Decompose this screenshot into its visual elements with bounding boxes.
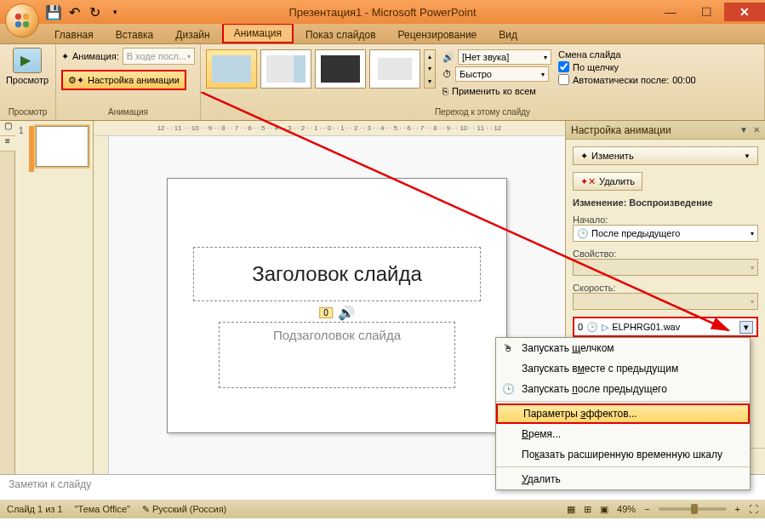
zoom-in-icon[interactable]: +: [735, 504, 740, 514]
tab-animation[interactable]: Анимация: [222, 23, 294, 43]
pane-close-icon[interactable]: ✕: [753, 125, 760, 134]
slides-tab-button[interactable]: ▢: [0, 121, 15, 136]
speed-icon: ⏱: [442, 69, 452, 79]
animation-label: Анимация:: [72, 51, 119, 61]
context-menu: 🖱Запускать щелчком Запускать вместе с пр…: [495, 337, 751, 490]
on-click-label: По щелчку: [573, 62, 619, 72]
tab-insert[interactable]: Вставка: [106, 26, 164, 43]
undo-icon[interactable]: ↶: [66, 4, 82, 20]
close-button[interactable]: ✕: [724, 3, 765, 21]
ribbon-tabs: Главная Вставка Дизайн Анимация Показ сл…: [0, 24, 765, 44]
pane-dropdown-icon[interactable]: ▼: [739, 125, 748, 134]
slide-thumbnails: 1: [15, 121, 94, 474]
speed-dropdown[interactable]: Быстро▾: [455, 66, 549, 82]
view-slideshow-icon[interactable]: ▣: [600, 504, 608, 515]
view-sorter-icon[interactable]: ⊞: [584, 504, 591, 515]
outline-tab-button[interactable]: ≡: [0, 136, 15, 152]
animation-list-item[interactable]: 0 🕒 ▷ ELPHRG01.wav ▾: [573, 317, 758, 337]
zoom-out-icon[interactable]: −: [644, 504, 649, 514]
play-icon: ▷: [602, 322, 608, 333]
tab-view[interactable]: Вид: [488, 26, 528, 43]
menu-start-with-prev[interactable]: Запускать вместе с предыдущим: [496, 358, 750, 379]
item-index: 0: [578, 322, 583, 332]
svg-point-1: [23, 14, 29, 20]
anim-star-icon: ✦: [61, 51, 69, 62]
item-dropdown-button[interactable]: ▾: [739, 321, 753, 334]
modification-section-title: Изменение: Воспроизведение: [573, 197, 758, 208]
transition-gallery: ▴▾▾: [206, 48, 436, 99]
zoom-value[interactable]: 49%: [617, 504, 636, 514]
tab-review[interactable]: Рецензирование: [388, 26, 488, 43]
ruler-vertical: [94, 136, 109, 474]
tab-design[interactable]: Дизайн: [165, 26, 220, 43]
status-bar: Слайд 1 из 1 "Тема Office" ✎ Русский (Ро…: [0, 500, 765, 518]
on-click-checkbox[interactable]: [558, 61, 569, 72]
transition-none[interactable]: [206, 49, 257, 89]
outline-slides-tabs: ▢ ≡: [0, 121, 15, 474]
preview-button[interactable]: Просмотр: [5, 48, 49, 97]
qat-more-icon[interactable]: ▾: [107, 4, 123, 20]
auto-after-label: Автоматически после:: [573, 75, 669, 85]
menu-timing[interactable]: Время...: [496, 424, 750, 444]
delete-effect-button[interactable]: ✦✕Удалить: [573, 172, 642, 191]
transition-thumb-4[interactable]: [369, 49, 420, 89]
clock-icon: 🕒: [500, 383, 517, 395]
custom-animation-button[interactable]: ⚙✦ Настройка анимации: [61, 70, 186, 90]
menu-show-timeline[interactable]: Показать расширенную временную шкалу: [496, 444, 750, 465]
transition-thumb-2[interactable]: [260, 49, 311, 89]
tab-home[interactable]: Главная: [44, 26, 104, 43]
status-slide: Слайд 1 из 1: [7, 504, 63, 514]
play-indicator: [29, 126, 34, 172]
transition-thumb-3[interactable]: [315, 49, 366, 89]
group-animation-label: Анимация: [61, 106, 195, 118]
redo-icon[interactable]: ↻: [87, 4, 102, 20]
status-lang[interactable]: ✎ Русский (Россия): [142, 504, 226, 515]
slide-canvas[interactable]: Заголовок слайда 0 🔊 Подзаголовок слайда: [167, 178, 507, 433]
menu-remove[interactable]: Удалить: [496, 469, 750, 489]
clock-icon: 🕒: [577, 228, 589, 239]
slide-editor: 12 · · 11 · · 10 · · 9 · · 8 · · 7 · · 6…: [94, 121, 565, 474]
sound-icon: 🔊: [338, 305, 355, 321]
tab-slideshow[interactable]: Показ слайдов: [295, 26, 386, 43]
fit-to-window-icon[interactable]: ⛶: [749, 504, 758, 514]
apply-all-icon: ⎘: [442, 86, 448, 96]
view-normal-icon[interactable]: ▦: [567, 504, 575, 515]
anim-order-tag: 0: [319, 307, 333, 318]
group-transition-label: Переход к этому слайду: [206, 106, 759, 118]
save-icon[interactable]: 💾: [46, 4, 61, 20]
star-del-icon: ✦✕: [580, 176, 596, 187]
group-preview-label: Просмотр: [5, 106, 50, 118]
office-button[interactable]: [5, 3, 39, 37]
quick-access-toolbar: 💾 ↶ ↻ ▾: [46, 4, 123, 20]
svg-point-3: [23, 21, 29, 27]
start-dropdown[interactable]: 🕒 После предыдущего▾: [573, 225, 758, 242]
auto-after-checkbox[interactable]: [558, 74, 569, 85]
minimize-button[interactable]: —: [653, 3, 688, 21]
svg-point-2: [15, 21, 21, 27]
zoom-slider[interactable]: [659, 507, 727, 511]
subtitle-placeholder[interactable]: Подзаголовок слайда: [219, 322, 455, 388]
status-theme: "Тема Office": [75, 504, 130, 514]
transition-more[interactable]: ▴▾▾: [424, 49, 436, 89]
auto-after-time[interactable]: 00:00: [672, 75, 710, 85]
speed-label-pane: Скорость:: [573, 283, 758, 293]
menu-start-on-click[interactable]: 🖱Запускать щелчком: [496, 338, 750, 358]
title-placeholder[interactable]: Заголовок слайда: [193, 247, 481, 301]
preview-icon: [13, 48, 42, 73]
apply-to-all-button[interactable]: ⎘Применить ко всем: [442, 83, 551, 99]
menu-start-after-prev[interactable]: 🕒Запускать после предыдущего: [496, 379, 750, 399]
sound-icon: 🔊: [442, 52, 454, 63]
ribbon: Просмотр Просмотр ✦ Анимация: В ходе пос…: [0, 44, 765, 121]
change-effect-button[interactable]: ✦Изменить▼: [573, 146, 758, 165]
title-bar: 💾 ↶ ↻ ▾ Презентация1 - Microsoft PowerPo…: [0, 0, 765, 24]
slide-thumb-1[interactable]: 1: [19, 126, 89, 172]
maximize-button[interactable]: ☐: [688, 3, 724, 21]
animation-dropdown[interactable]: В ходе посл...▾: [123, 48, 195, 65]
thumb-canvas: [36, 126, 88, 167]
star-add-icon: ✦: [580, 151, 588, 162]
slide-change-label: Смена слайда: [558, 49, 669, 60]
ruler-horizontal: 12 · · 11 · · 10 · · 9 · · 8 · · 7 · · 6…: [94, 121, 565, 136]
pane-title: Настройка анимации: [571, 124, 671, 136]
sound-dropdown[interactable]: [Нет звука]▾: [458, 49, 551, 65]
menu-effect-params[interactable]: Параметры эффектов...: [496, 403, 750, 424]
